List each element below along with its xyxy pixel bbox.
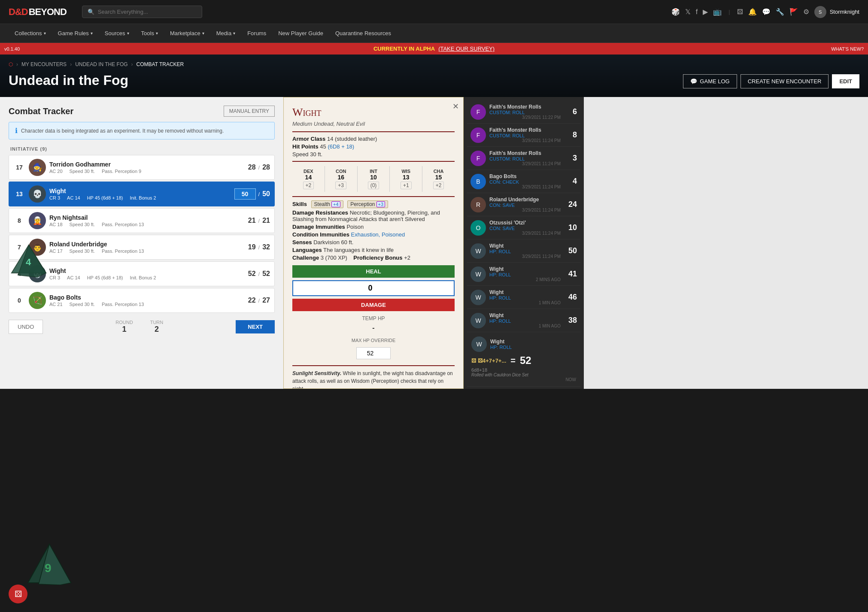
- search-input[interactable]: [98, 9, 197, 15]
- roll-time: 3/29/2021 11:24 PM: [489, 231, 561, 236]
- condition-imm-link[interactable]: Exhaustion, Poisoned: [351, 231, 405, 238]
- roll-user-name: Roland Underbridge: [489, 197, 561, 203]
- tools-icon[interactable]: 🔧: [776, 8, 784, 16]
- breadcrumb-current: COMBAT TRACKER: [137, 61, 184, 67]
- dice-icon[interactable]: 🎲: [671, 8, 680, 16]
- nav-forums[interactable]: Forums: [241, 24, 272, 43]
- hp-separator: /: [258, 218, 260, 224]
- roll-result: 6: [564, 107, 577, 116]
- settings-icon[interactable]: ⚙: [803, 8, 809, 16]
- roll-info: Wight HP: ROLL 1 MIN AGO: [489, 312, 561, 328]
- perception-val-badge: +3: [376, 201, 385, 207]
- roll-type-link[interactable]: CON: CHECK: [489, 179, 519, 185]
- top-nav: D&D BEYOND 🔍 🎲 𝕏 f ▶ 📺 | ⚄ 🔔 💬 🔧 🚩 ⚙ S S…: [0, 0, 868, 24]
- ability-scores: DEX 14 +2 CON 16 +3 INT 10 (0) WIS 13 +1…: [292, 166, 455, 192]
- big-roll-set-name: Rolled with Cauldron Dice Set: [471, 373, 576, 377]
- monster-divider2: [292, 161, 455, 162]
- hp-separator: /: [258, 297, 260, 304]
- roll-user-name: Wight: [489, 243, 561, 249]
- facebook-icon[interactable]: f: [696, 8, 698, 16]
- combatant-avatar: 👨: [29, 239, 46, 256]
- nav-tools[interactable]: Tools ▾: [135, 24, 164, 43]
- monster-close-button[interactable]: ✕: [452, 102, 459, 111]
- damage-button[interactable]: DAMAGE: [292, 299, 455, 311]
- chat-icon[interactable]: 💬: [762, 8, 771, 16]
- flag-icon[interactable]: 🚩: [789, 8, 798, 16]
- hp-max: 52: [262, 270, 270, 278]
- twitter-icon[interactable]: 𝕏: [685, 8, 691, 16]
- roll-avatar: F: [470, 127, 486, 143]
- init-badge: 17: [13, 164, 25, 171]
- nav-media[interactable]: Media ▾: [210, 24, 241, 43]
- nav-game-rules[interactable]: Game Rules ▾: [52, 24, 99, 43]
- next-button[interactable]: NEXT: [236, 320, 275, 333]
- roll-type-link[interactable]: CUSTOM: ROLL: [489, 156, 525, 161]
- roll-type-link[interactable]: CON: SAVE: [489, 226, 515, 231]
- roll-type-link[interactable]: HP: ROLL: [489, 272, 511, 277]
- roll-user-name: Faith's Monster Rolls: [489, 127, 561, 133]
- combatant-info: Wight CR 3 AC 14 HP 45 (6d8 + 18) Init. …: [49, 188, 231, 200]
- twitch-icon[interactable]: 📺: [713, 8, 722, 16]
- ability-val: 10: [359, 174, 388, 181]
- roll-type-link[interactable]: CUSTOM: ROLL: [489, 110, 525, 115]
- roll-type-link[interactable]: CUSTOM: ROLL: [489, 133, 525, 138]
- roll-type-link[interactable]: HP: ROLL: [489, 318, 511, 324]
- hp-display: 22 / 27: [248, 297, 270, 304]
- chevron-down-icon: ▾: [202, 31, 204, 36]
- hp-display: 19 / 32: [248, 243, 270, 251]
- hp-input-field[interactable]: [292, 280, 455, 296]
- youtube-icon[interactable]: ▶: [703, 8, 708, 16]
- hp-current-input[interactable]: [234, 188, 256, 200]
- damage-resistances-line: Damage Resistances Necrotic; Bludgeoning…: [292, 209, 455, 222]
- ability-mod: +3: [335, 182, 346, 189]
- nav-quarantine[interactable]: Quarantine Resources: [329, 24, 397, 43]
- combatant-avatar: 🧙: [29, 159, 46, 176]
- nav-marketplace[interactable]: Marketplace ▾: [164, 24, 210, 43]
- home-icon[interactable]: ⬡: [9, 61, 13, 67]
- nav-sources[interactable]: Sources ▾: [99, 24, 135, 43]
- undo-button[interactable]: UNDO: [9, 320, 43, 334]
- manual-entry-button[interactable]: MANUAL ENTRY: [224, 106, 275, 117]
- challenge-line: Challenge 3 (700 XP) Proficiency Bonus +…: [292, 254, 455, 261]
- search-bar[interactable]: 🔍: [82, 6, 202, 18]
- combat-footer: UNDO ROUND 1 TURN 2 NEXT: [9, 315, 275, 334]
- big-roll-type-link[interactable]: HP: ROLL: [490, 345, 512, 350]
- roll-avatar: W: [470, 290, 486, 305]
- roll-result: 10: [564, 223, 577, 232]
- survey-link[interactable]: (TAKE OUR SURVEY): [438, 45, 495, 52]
- whats-new-link[interactable]: WHAT'S NEW?: [831, 46, 864, 52]
- max-hp-override-input[interactable]: [356, 347, 391, 359]
- roll-result: 38: [564, 316, 577, 325]
- nav-collections[interactable]: Collections ▾: [9, 24, 52, 43]
- roll-avatar: O: [470, 220, 486, 236]
- nav-new-player-guide[interactable]: New Player Guide: [272, 24, 329, 43]
- dice2-icon[interactable]: ⚄: [737, 8, 743, 16]
- roll-avatar: F: [470, 151, 486, 166]
- roll-type-link[interactable]: HP: ROLL: [489, 249, 511, 254]
- roll-entry: F Faith's Monster Rolls CUSTOM: ROLL 3/2…: [467, 100, 580, 124]
- heal-button[interactable]: HEAL: [292, 265, 455, 278]
- roll-info: Wight HP: ROLL 1 MIN AGO: [489, 289, 561, 305]
- hp-formula-link[interactable]: (6D8 + 18): [328, 143, 354, 150]
- edit-button[interactable]: EDIT: [832, 74, 859, 88]
- breadcrumb-encounter-name[interactable]: UNDEAD IN THE FOG: [75, 61, 127, 67]
- separator: |: [728, 9, 730, 15]
- breadcrumb-my-encounters[interactable]: MY ENCOUNTERS: [21, 61, 67, 67]
- user-area[interactable]: S Stormknight: [814, 6, 859, 18]
- roll-result: 46: [564, 293, 577, 302]
- avatar: S: [814, 6, 826, 18]
- init-badge: 7: [13, 244, 25, 251]
- roll-type-link[interactable]: CON: SAVE: [489, 203, 515, 208]
- monster-divider4: [292, 365, 455, 366]
- temp-hp-value: -: [292, 324, 455, 332]
- roll-type-link[interactable]: HP: ROLL: [489, 295, 511, 300]
- combatant-row: 17 🧙 Torridon Godhammer AC 20 Speed 30 f…: [9, 155, 275, 180]
- create-encounter-button[interactable]: CREATE NEW ENCOUNTER: [741, 74, 829, 88]
- roll-entry: O Otzussisi 'Otzi' CON: SAVE 3/29/2021 1…: [467, 216, 580, 239]
- roll-time: 3/29/2021 11:24 PM: [489, 185, 561, 189]
- round-label: ROUND: [115, 320, 133, 325]
- nav-icons: 🎲 𝕏 f ▶ 📺 | ⚄ 🔔 💬 🔧 🚩 ⚙: [671, 8, 809, 16]
- bell-icon[interactable]: 🔔: [748, 8, 757, 16]
- gamelog-button[interactable]: 💬 GAME LOG: [683, 74, 737, 88]
- logo[interactable]: D&D BEYOND: [9, 6, 67, 18]
